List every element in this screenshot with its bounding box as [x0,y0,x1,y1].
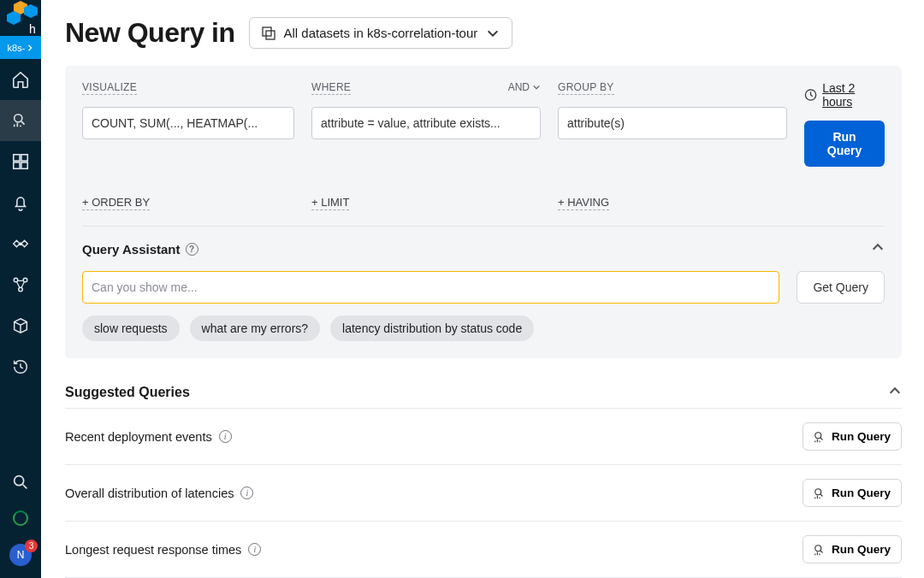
sidebar-item-datasets[interactable] [0,305,41,346]
svg-rect-14 [266,31,275,39]
sidebar: h k8s- N 3 [0,0,41,578]
query-builder: VISUALIZE WHERE AND GROUP BY Last 2 hour… [65,66,902,358]
visualize-input[interactable] [82,107,294,139]
limit-link[interactable]: + LIMIT [311,196,349,210]
svg-rect-5 [14,155,20,161]
query-assistant-panel: Query Assistant ? Get Query slow request… [82,226,885,357]
handshake-icon [11,234,30,253]
usage-spinner-icon [13,510,28,526]
svg-point-4 [15,115,22,122]
groupby-input[interactable] [558,107,787,139]
run-query-icon [814,544,826,556]
svg-point-16 [815,432,821,438]
get-query-button[interactable]: Get Query [797,271,885,304]
logo-icon[interactable]: h [0,0,41,36]
run-query-icon [814,431,826,443]
visualize-label: VISUALIZE [82,81,137,95]
main: New Query in All datasets in k8s-correla… [41,0,924,578]
time-range-select[interactable]: Last 2 hours [804,81,885,109]
having-link[interactable]: + HAVING [558,196,609,210]
svg-point-18 [815,545,821,551]
svg-rect-7 [14,162,20,168]
dataset-icon [262,27,275,40]
header: New Query in All datasets in k8s-correla… [65,17,902,49]
svg-point-9 [14,278,18,282]
orderby-link[interactable]: + ORDER BY [82,196,150,210]
chevron-up-icon [888,384,902,398]
suggested-row: Longest request response times i Run Que… [65,521,902,577]
suggested-label: Longest request response times [65,543,241,557]
assistant-collapse[interactable] [871,240,885,257]
info-icon[interactable]: i [219,430,232,443]
sidebar-context[interactable]: k8s- [0,36,41,59]
sidebar-item-home[interactable] [0,59,41,100]
sidebar-item-usage[interactable] [0,503,41,534]
sidebar-item-query[interactable] [0,100,41,141]
suggested-collapse[interactable] [888,384,902,401]
time-range-label: Last 2 hours [822,81,885,109]
suggested-run-button[interactable]: Run Query [803,479,902,507]
suggested-row: Recent deployment events i Run Query [65,408,902,464]
home-icon [11,70,30,89]
info-icon[interactable]: i [240,487,253,499]
avatar-initial: N [17,549,25,561]
sidebar-item-boards[interactable] [0,141,41,182]
sidebar-item-alerts[interactable] [0,182,41,223]
svg-text:h: h [29,22,36,36]
chip-latency-dist[interactable]: latency distribution by status code [330,316,534,341]
sidebar-item-search[interactable] [0,462,41,503]
assistant-input[interactable] [82,271,779,304]
groupby-label: GROUP BY [558,81,614,95]
notification-badge: 3 [25,540,38,552]
svg-point-12 [15,476,24,486]
suggested-title: Suggested Queries [65,385,190,400]
info-icon[interactable]: i [248,543,261,556]
chip-slow-requests[interactable]: slow requests [82,316,180,341]
where-label: WHERE [311,81,351,95]
chip-errors[interactable]: what are my errors? [190,316,320,341]
dataset-select[interactable]: All datasets in k8s-correlation-tour [249,17,513,49]
svg-rect-6 [21,155,27,161]
run-query-icon [814,487,826,499]
chevron-up-icon [871,240,885,254]
sidebar-item-history[interactable] [0,346,41,387]
suggested-run-button[interactable]: Run Query [803,535,902,563]
run-query-button[interactable]: Run Query [804,121,885,167]
svg-point-10 [23,278,27,282]
where-and-toggle[interactable]: AND [508,81,541,93]
suggested-run-button[interactable]: Run Query [803,422,902,451]
help-icon[interactable]: ? [186,243,198,256]
chevron-down-icon [532,83,541,91]
avatar[interactable]: N 3 [9,544,32,566]
chevron-down-icon [486,27,500,40]
search-icon [11,473,30,492]
sidebar-item-service-map[interactable] [0,264,41,305]
svg-rect-8 [21,162,27,168]
grid-icon [11,152,30,171]
page-title: New Query in [65,17,235,49]
assistant-chips: slow requests what are my errors? latenc… [82,316,885,341]
clock-icon [804,88,817,102]
svg-rect-13 [263,27,271,36]
dataset-label: All datasets in k8s-correlation-tour [284,26,478,40]
chevron-right-icon [27,44,33,51]
svg-point-11 [19,287,23,292]
cube-icon [11,316,30,335]
suggested-row: Overall distribution of latencies i Run … [65,464,902,521]
bell-icon [11,193,30,212]
history-icon [11,357,30,376]
query-icon [11,111,30,130]
svg-point-17 [815,488,821,494]
suggested-label: Overall distribution of latencies [65,487,234,500]
nodes-icon [11,275,30,294]
where-input[interactable] [311,107,541,139]
suggested-label: Recent deployment events [65,430,212,444]
context-label: k8s- [8,43,26,53]
sidebar-item-slos[interactable] [0,223,41,264]
assistant-title: Query Assistant [82,242,181,257]
